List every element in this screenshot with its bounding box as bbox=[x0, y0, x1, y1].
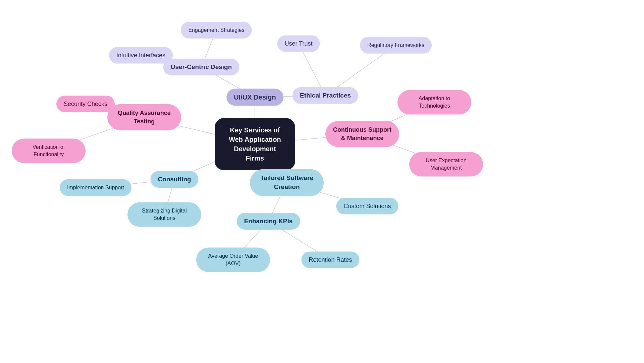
node-user-centric: User-Centric Design bbox=[163, 59, 239, 75]
node-qa: Quality Assurance Testing bbox=[107, 104, 181, 130]
node-aov: Average Order Value (AOV) bbox=[196, 248, 270, 272]
node-retention: Retention Rates bbox=[301, 252, 359, 268]
node-enhancing: Enhancing KPIs bbox=[237, 213, 300, 230]
node-engagement: Engagement Strategies bbox=[181, 22, 252, 39]
node-custom: Custom Solutions bbox=[336, 198, 398, 215]
node-strategizing: Strategizing Digital Solutions bbox=[127, 202, 201, 227]
node-uiux: UI/UX Design bbox=[226, 89, 283, 106]
node-tailored: Tailored Software Creation bbox=[250, 169, 324, 196]
node-impl-support: Implementation Support bbox=[60, 179, 131, 196]
center-node: Key Services of Web Application Developm… bbox=[215, 118, 295, 170]
mind-map-container: Key Services of Web Application Developm… bbox=[0, 0, 644, 363]
node-consulting: Consulting bbox=[150, 171, 198, 188]
node-adaptation: Adaptation to Technologies bbox=[397, 90, 471, 115]
node-user-trust: User Trust bbox=[277, 36, 320, 52]
node-intuitive: Intuitive Interfaces bbox=[109, 47, 173, 64]
node-continuous: Continuous Support & Maintenance bbox=[325, 121, 399, 147]
node-verification: Verification of Functionality bbox=[12, 139, 86, 163]
node-regulatory: Regulatory Frameworks bbox=[360, 37, 432, 54]
node-security: Security Checks bbox=[56, 96, 115, 112]
node-ethical: Ethical Practices bbox=[292, 87, 358, 104]
node-user-expect: User Expectation Management bbox=[409, 152, 483, 177]
